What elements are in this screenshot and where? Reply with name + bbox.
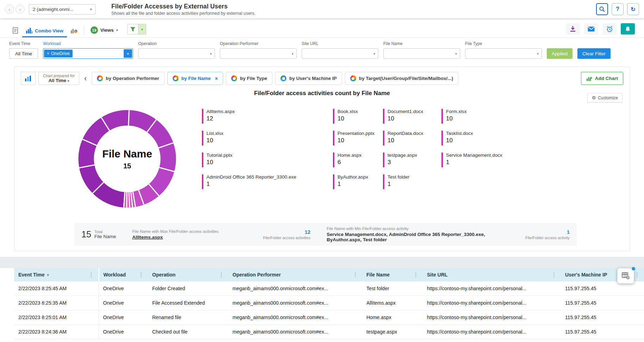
legend-item[interactable]: Tasklist.docx10 <box>441 131 615 145</box>
operation-select[interactable]: ▾ <box>138 48 215 59</box>
tabs-scroll-left-button[interactable]: ‹ <box>82 74 89 83</box>
chart-tab[interactable]: by File Type <box>226 72 272 85</box>
legend-item[interactable]: AllItems.aspx12 <box>202 109 333 124</box>
chart-prepared-for-dropdown[interactable]: Chart prepared for All Time ▾ <box>38 72 79 85</box>
donut-segment[interactable] <box>158 143 177 172</box>
search-button[interactable] <box>596 3 608 15</box>
column-header[interactable]: Site URL⋮ <box>423 268 561 281</box>
chart-tab[interactable]: by User's Machine IP <box>275 72 342 85</box>
donut-chart[interactable]: File Name 15 <box>74 106 180 212</box>
chart-tab[interactable]: by Target(User/Group/File/Site/Mailbox/.… <box>345 72 459 85</box>
table-settings-button[interactable] <box>617 268 634 284</box>
customize-button[interactable]: ⚙ Customize <box>587 93 623 102</box>
column-header[interactable]: Operation⋮ <box>148 268 228 281</box>
forward-button[interactable]: › <box>16 5 25 14</box>
legend-value: 1 <box>338 181 368 188</box>
chart-pie-icon <box>70 27 78 34</box>
chevron-down-icon[interactable]: ▾ <box>124 49 132 58</box>
add-chart-button[interactable]: Add Chart <box>581 72 623 85</box>
legend-item[interactable]: Form.xlsx10 <box>441 109 615 124</box>
chip-remove-icon[interactable]: × <box>47 51 49 56</box>
export-download-button[interactable] <box>566 23 580 35</box>
schedule-button[interactable] <box>602 23 617 35</box>
legend-item[interactable]: List.xlsx10 <box>202 131 333 145</box>
close-icon[interactable]: × <box>215 76 218 81</box>
column-header[interactable]: Workload⋮ <box>99 268 148 281</box>
column-header[interactable]: Operation Performer⋮ <box>228 268 362 281</box>
table-row[interactable]: 2/22/2023 8:25:01 AMOneDriveRenamed file… <box>14 310 644 325</box>
event-time-button[interactable]: All Time <box>9 48 38 59</box>
table-cell: meganb_aimams000.onmicrosoft.com#ex... <box>228 325 362 339</box>
table-cell: meganb_aimams000.onmicrosoft.com#ex... <box>228 310 362 325</box>
tenant-selector[interactable]: 2 (admeight.onmi... ▾ <box>29 4 96 14</box>
chart-type-button[interactable] <box>21 72 36 85</box>
column-menu-icon[interactable]: ⋮ <box>413 272 419 278</box>
chart-tab[interactable]: by Operation Performer <box>92 72 165 85</box>
filter-dropdown-button[interactable]: ▾ <box>138 24 146 35</box>
chart-view-button[interactable] <box>67 27 81 37</box>
table-row[interactable]: 2/22/2023 8:25:45 AMOneDriveFolder Creat… <box>14 281 644 296</box>
legend-item[interactable]: Test folder1 <box>383 174 441 189</box>
views-count-badge: 19 <box>91 26 98 34</box>
filter-event-time: Event Time All Time <box>9 41 38 59</box>
chevron-down-icon: ▾ <box>116 28 118 32</box>
operation-performer-select[interactable]: ▾ <box>220 48 297 59</box>
workload-chip[interactable]: × OneDrive <box>44 50 73 57</box>
legend-item[interactable]: ReportData.docx10 <box>383 131 441 145</box>
legend-item[interactable]: testpage.aspx3 <box>383 153 441 167</box>
legend-item[interactable]: Book.xlsx10 <box>333 109 383 124</box>
column-header[interactable]: File Name⋮ <box>362 268 423 281</box>
clear-filter-button[interactable]: Clear Filter <box>577 48 611 59</box>
filter-toggle-group: ▾ <box>127 24 146 35</box>
legend-bar-icon <box>383 174 384 189</box>
chevron-down-icon: ▾ <box>373 52 375 56</box>
workload-multiselect[interactable]: × OneDrive ▾ <box>43 48 133 59</box>
chart-tabs-row: Chart prepared for All Time ▾ ‹ by Opera… <box>14 67 630 85</box>
donut-segment[interactable] <box>124 192 127 208</box>
legend-item[interactable]: ByAuthor.aspx1 <box>333 174 383 189</box>
filter-row: Event Time All Time Workload × OneDrive … <box>0 38 644 65</box>
legend-bar-icon <box>333 131 334 145</box>
column-menu-icon[interactable]: ⋮ <box>219 272 224 278</box>
file-type-select[interactable]: ▾ <box>465 48 542 59</box>
sort-desc-icon[interactable]: ▾ <box>47 273 49 277</box>
legend-item[interactable]: Tutorial.pptx10 <box>202 153 333 167</box>
legend-item[interactable]: Service Management.docx1 <box>441 153 615 167</box>
table-row[interactable]: 2/22/2023 8:24:36 AMOneDriveChecked out … <box>14 325 644 339</box>
toolbar-divider <box>84 25 84 35</box>
history-button[interactable]: ↻ <box>627 3 639 15</box>
back-button[interactable]: ‹ <box>5 5 14 14</box>
column-header[interactable]: Event Time▾⋮ <box>14 268 99 281</box>
report-view-button[interactable] <box>9 27 22 37</box>
column-menu-icon[interactable]: ⋮ <box>551 272 557 278</box>
column-menu-icon[interactable]: ⋮ <box>138 272 144 278</box>
table-row[interactable]: 2/22/2023 8:25:35 AMOneDriveFile Accesse… <box>14 296 644 310</box>
summary-max-name[interactable]: AllItems.aspx <box>132 235 218 240</box>
filter-site-url: Site URL ▾ <box>302 41 378 59</box>
column-menu-icon[interactable]: ⋮ <box>353 272 358 278</box>
chart-tab[interactable]: by File Name× <box>167 72 223 85</box>
legend-item[interactable]: Home.aspx6 <box>333 153 383 167</box>
site-url-select[interactable]: ▾ <box>302 48 378 59</box>
legend-name: Service Management.docx <box>446 153 502 158</box>
combo-view-tab[interactable]: Combo View <box>22 27 67 37</box>
chart-prepared-value: All Time <box>49 78 66 83</box>
filter-button[interactable] <box>127 24 138 35</box>
legend-bar-icon <box>202 131 203 145</box>
table-cell: Folder Created <box>148 281 228 296</box>
legend-item[interactable]: Document1.docx10 <box>383 109 441 124</box>
applied-button[interactable]: Applied <box>547 48 572 59</box>
views-dropdown[interactable]: 19 Views ▾ <box>87 26 122 37</box>
file-name-select[interactable]: ▾ <box>383 48 460 59</box>
column-menu-icon[interactable]: ⋮ <box>89 272 94 278</box>
filter-funnel-icon <box>130 27 136 32</box>
column-menu-icon[interactable]: ⋮ <box>634 272 640 278</box>
alerts-button[interactable] <box>621 23 635 35</box>
help-button[interactable]: ? <box>612 3 624 15</box>
table-cell: OneDrive <box>99 296 148 310</box>
legend-item[interactable]: AdminDroid Office 365 Reporter_3300.exe1 <box>202 174 333 189</box>
legend-item[interactable]: Presentation.pptx10 <box>333 131 383 145</box>
filter-label: Operation Performer <box>220 41 297 46</box>
email-button[interactable] <box>584 23 598 35</box>
table-cell: Checked out file <box>148 325 228 339</box>
